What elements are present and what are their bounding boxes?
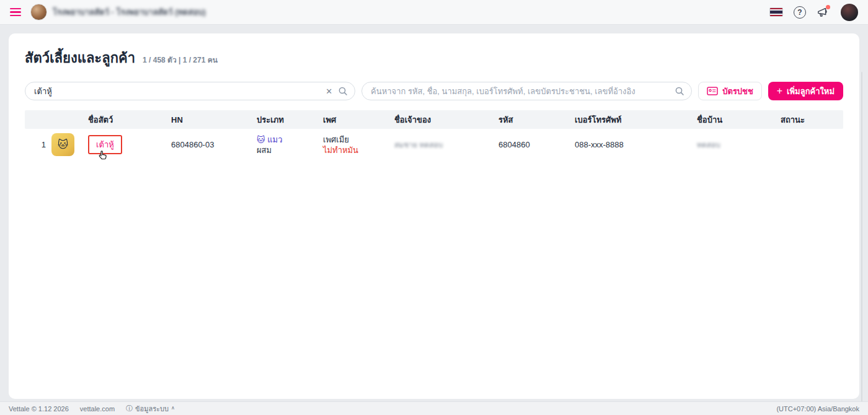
user-avatar[interactable] [841, 4, 858, 21]
scrollbar[interactable] [861, 72, 862, 410]
id-card-button-label: บัตรปชช [722, 85, 753, 98]
id-card-button[interactable]: บัตรปชช [698, 82, 762, 100]
phone-number: 088-xxx-8888 [575, 140, 697, 149]
page-counts: 1 / 458 ตัว | 1 / 271 คน [143, 54, 218, 66]
announcement-megaphone-icon[interactable] [817, 6, 830, 19]
system-info-label: ข้อมูลระบบ [135, 403, 169, 414]
col-owner: ชื่อเจ้าของ [394, 113, 498, 126]
col-phone: เบอร์โทรศัพท์ [575, 113, 697, 126]
col-hn: HN [171, 115, 257, 124]
sex-label: เพศเมีย [323, 134, 394, 145]
pet-avatar: 🐱 [51, 133, 74, 156]
add-customer-button[interactable]: + เพิ่มลูกค้าใหม่ [768, 82, 843, 100]
table-header-row: ชื่อสัตว์ HN ประเภท เพศ ชื่อเจ้าของ รหัส… [25, 110, 843, 129]
row-index: 1 [25, 140, 50, 149]
search-icon[interactable] [675, 86, 684, 96]
col-sex: เพศ [323, 113, 394, 126]
col-status: สถานะ [781, 113, 843, 126]
pet-name-link[interactable]: เต้าหู้ [88, 135, 122, 154]
chevron-up-icon: ∧ [171, 405, 175, 411]
plus-icon: + [777, 86, 782, 96]
pet-species-cell: 🐱 แมว ผสม [257, 134, 323, 155]
info-icon: ⓘ [126, 404, 133, 413]
help-icon[interactable]: ? [794, 6, 806, 19]
cat-icon: 🐱 [257, 135, 265, 144]
house-name: ทดสอบ [697, 141, 720, 149]
add-customer-button-label: เพิ่มลูกค้าใหม่ [787, 85, 835, 98]
col-species: ประเภท [257, 113, 323, 126]
pet-search-box: ✕ [25, 82, 355, 100]
notification-dot [826, 5, 830, 9]
copyright: Vettale © 1.12 2026 [9, 405, 69, 413]
breed-label: ผสม [257, 145, 323, 155]
clear-icon[interactable]: ✕ [326, 87, 332, 95]
pet-search-input[interactable] [25, 82, 355, 100]
website-link[interactable]: vettale.com [80, 405, 115, 413]
pet-sex-cell: เพศเมีย ไม่ทำหมัน [323, 134, 394, 155]
pet-name: เต้าหู้ [96, 140, 114, 149]
thai-flag-icon[interactable] [769, 7, 783, 17]
col-house: ชื่อบ้าน [697, 113, 781, 126]
col-pet-name: ชื่อสัตว์ [88, 113, 171, 126]
table-row[interactable]: 1 🐱 เต้าหู้ 6804860-03 🐱 แมว ผสม [25, 129, 843, 160]
timezone-label: (UTC+07:00) Asia/Bangkok [776, 405, 859, 413]
id-card-icon [707, 87, 718, 95]
pet-hn: 6804860-03 [171, 140, 257, 149]
footer: Vettale © 1.12 2026 vettale.com ⓘ ข้อมูล… [0, 401, 868, 415]
col-code: รหัส [498, 113, 575, 126]
customer-search-input[interactable] [361, 82, 692, 100]
species-label: แมว [267, 135, 282, 144]
system-info-toggle[interactable]: ⓘ ข้อมูลระบบ ∧ [126, 403, 175, 414]
pets-customers-card: สัตว์เลี้ยงและลูกค้า 1 / 458 ตัว | 1 / 2… [9, 33, 859, 399]
clinic-title: โรงพยาบาลสัตว์ - โรงพยาบาลสัตว์ (ทดสอบ) [53, 6, 206, 19]
page-title: สัตว์เลี้ยงและลูกค้า [25, 47, 135, 69]
topbar: โรงพยาบาลสัตว์ - โรงพยาบาลสัตว์ (ทดสอบ) … [0, 0, 868, 25]
neuter-status: ไม่ทำหมัน [323, 145, 394, 155]
clinic-avatar [30, 4, 47, 20]
menu-icon[interactable] [10, 8, 21, 17]
owner-name: สมชาย ทดสอบ [394, 141, 443, 149]
customer-code: 6804860 [498, 140, 575, 149]
cursor-icon [97, 150, 108, 162]
customer-search-box [361, 82, 692, 100]
pets-table: ชื่อสัตว์ HN ประเภท เพศ ชื่อเจ้าของ รหัส… [25, 110, 843, 160]
search-icon[interactable] [338, 86, 348, 96]
